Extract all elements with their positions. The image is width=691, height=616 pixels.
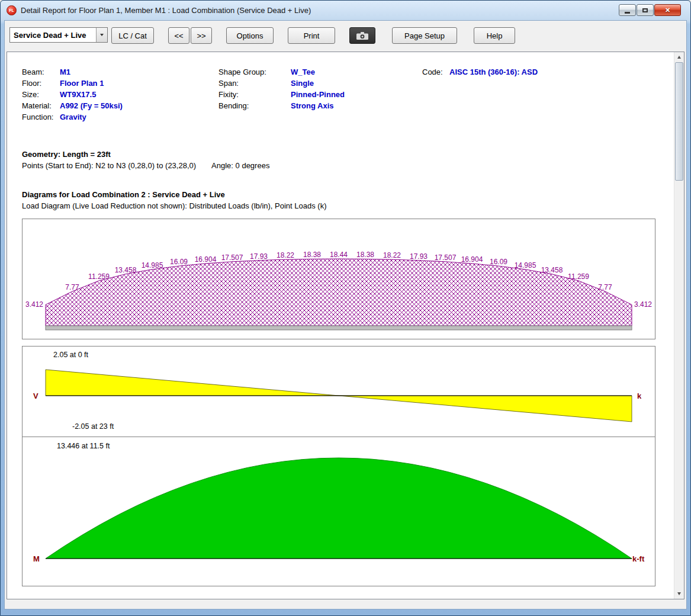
info-row: Fixity:Pinned-Pinned bbox=[218, 89, 422, 100]
next-button[interactable]: >> bbox=[191, 27, 212, 44]
moment-diagram-panel: 13.446 at 11.5 ftMk-ft bbox=[22, 437, 655, 586]
svg-text:11.259: 11.259 bbox=[568, 272, 589, 281]
prev-button[interactable]: << bbox=[168, 27, 189, 44]
info-label: Fixity: bbox=[218, 89, 291, 100]
svg-text:16.09: 16.09 bbox=[170, 258, 188, 266]
load-combination-value: Service Dead + Live bbox=[10, 28, 96, 42]
angle-text: Angle: 0 degrees bbox=[211, 161, 269, 170]
info-value: Gravity bbox=[60, 113, 86, 121]
svg-text:18.38: 18.38 bbox=[303, 251, 321, 259]
arrow-up-icon bbox=[677, 56, 681, 59]
svg-text:11.259: 11.259 bbox=[88, 272, 110, 281]
code-label: Code: bbox=[422, 66, 449, 78]
close-button[interactable]: ✕ bbox=[654, 4, 681, 16]
report-content: Beam:M1 Floor:Floor Plan 1 Size:WT9X17.5… bbox=[7, 52, 674, 599]
scrollbar-up-button[interactable] bbox=[674, 52, 684, 62]
svg-text:14.985: 14.985 bbox=[515, 261, 536, 270]
diagrams-header: Diagrams for Load Combination 2 : Servic… bbox=[22, 189, 674, 200]
titlebar[interactable]: FL Detail Report for Floor Plan 1, Membe… bbox=[4, 1, 687, 20]
points-text: Points (Start to End): N2 to N3 (0,28,0)… bbox=[22, 161, 196, 170]
load-diagram: 3.4127.7711.25913.45814.98516.0916.90417… bbox=[23, 219, 655, 339]
info-row: Beam:M1 bbox=[22, 66, 218, 78]
svg-text:2.05 at 0 ft: 2.05 at 0 ft bbox=[53, 351, 89, 359]
svg-text:3.412: 3.412 bbox=[25, 300, 43, 309]
options-button[interactable]: Options bbox=[226, 27, 274, 44]
minimize-button[interactable] bbox=[619, 4, 636, 16]
geometry-points-line: Points (Start to End): N2 to N3 (0,28,0)… bbox=[22, 160, 674, 171]
info-row: Bending:Strong Axis bbox=[218, 100, 422, 111]
geometry-section: Geometry: Length = 23ft Points (Start to… bbox=[22, 149, 674, 171]
svg-text:16.904: 16.904 bbox=[461, 255, 483, 264]
info-label: Shape Group: bbox=[218, 66, 291, 78]
moment-diagram: 13.446 at 11.5 ftMk-ft bbox=[23, 437, 655, 586]
print-button[interactable]: Print bbox=[288, 27, 335, 44]
window-controls: ✕ bbox=[618, 4, 681, 16]
chevron-down-icon[interactable] bbox=[96, 28, 107, 42]
svg-text:17.93: 17.93 bbox=[410, 252, 428, 261]
code-value: AISC 15th (360-16): ASD bbox=[449, 68, 538, 76]
info-label: Floor: bbox=[22, 78, 60, 89]
info-label: Bending: bbox=[218, 100, 291, 111]
info-label: Beam: bbox=[22, 66, 60, 78]
svg-text:18.22: 18.22 bbox=[277, 251, 294, 259]
svg-text:17.507: 17.507 bbox=[435, 254, 457, 262]
svg-text:17.93: 17.93 bbox=[250, 252, 268, 261]
svg-text:16.904: 16.904 bbox=[195, 255, 217, 264]
svg-text:k-ft: k-ft bbox=[632, 554, 645, 563]
scrollbar-thumb[interactable] bbox=[675, 62, 683, 181]
info-label: Span: bbox=[218, 78, 291, 89]
info-row: Size:WT9X17.5 bbox=[22, 89, 218, 100]
svg-text:3.412: 3.412 bbox=[634, 300, 652, 309]
app-icon: FL bbox=[7, 5, 17, 15]
scrollbar-down-button[interactable] bbox=[674, 589, 684, 599]
member-info: Beam:M1 Floor:Floor Plan 1 Size:WT9X17.5… bbox=[22, 66, 674, 123]
info-row: Function:Gravity bbox=[22, 111, 218, 123]
toolbar: Service Dead + Live LC / Cat << >> Optio… bbox=[5, 21, 686, 52]
svg-text:13.446 at 11.5 ft: 13.446 at 11.5 ft bbox=[57, 442, 110, 450]
report-area: Beam:M1 Floor:Floor Plan 1 Size:WT9X17.5… bbox=[7, 52, 684, 599]
info-value: WT9X17.5 bbox=[60, 90, 96, 99]
svg-text:M: M bbox=[33, 554, 40, 563]
arrow-down-icon bbox=[677, 592, 681, 595]
camera-button[interactable] bbox=[349, 27, 375, 44]
info-value: A992 (Fy = 50ksi) bbox=[60, 101, 123, 110]
svg-text:14.985: 14.985 bbox=[142, 261, 163, 270]
svg-text:18.38: 18.38 bbox=[356, 251, 374, 259]
window-title: Detail Report for Floor Plan 1, Member M… bbox=[21, 6, 311, 15]
info-value: Single bbox=[291, 79, 314, 88]
diagrams-subheader: Load Diagram (Live Load Reduction not sh… bbox=[22, 200, 674, 211]
svg-text:k: k bbox=[637, 392, 642, 400]
window-body: Service Dead + Live LC / Cat << >> Optio… bbox=[4, 20, 687, 609]
page-setup-button[interactable]: Page Setup bbox=[392, 27, 457, 44]
load-combination-select[interactable]: Service Dead + Live bbox=[9, 27, 108, 43]
vertical-scrollbar[interactable] bbox=[674, 52, 684, 599]
svg-text:13.458: 13.458 bbox=[541, 266, 563, 274]
info-value: W_Tee bbox=[291, 68, 315, 76]
svg-text:17.507: 17.507 bbox=[221, 254, 243, 262]
info-row: Span:Single bbox=[218, 78, 422, 89]
help-button[interactable]: Help bbox=[474, 27, 515, 44]
maximize-button[interactable] bbox=[637, 4, 654, 16]
shear-diagram: 2.05 at 0 ft-2.05 at 23 ftVk bbox=[23, 346, 655, 437]
camera-icon bbox=[356, 31, 369, 40]
svg-text:16.09: 16.09 bbox=[490, 258, 507, 266]
shear-diagram-panel: 2.05 at 0 ft-2.05 at 23 ftVk bbox=[22, 346, 655, 437]
close-icon: ✕ bbox=[665, 7, 670, 14]
info-row: Shape Group:W_Tee bbox=[218, 66, 422, 78]
diagrams-section-header: Diagrams for Load Combination 2 : Servic… bbox=[22, 189, 674, 211]
info-value: Pinned-Pinned bbox=[291, 90, 345, 99]
svg-text:13.458: 13.458 bbox=[115, 266, 137, 274]
load-diagram-panel: 3.4127.7711.25913.45814.98516.0916.90417… bbox=[22, 219, 655, 339]
svg-text:7.77: 7.77 bbox=[598, 283, 612, 291]
minimize-icon bbox=[625, 12, 630, 14]
info-value: Strong Axis bbox=[291, 101, 333, 110]
maximize-icon bbox=[642, 8, 648, 12]
geometry-title: Geometry: Length = 23ft bbox=[22, 149, 674, 160]
info-label: Function: bbox=[22, 111, 60, 123]
svg-text:-2.05 at 23 ft: -2.05 at 23 ft bbox=[72, 422, 114, 431]
svg-text:18.22: 18.22 bbox=[383, 251, 401, 259]
info-row: Floor:Floor Plan 1 bbox=[22, 78, 218, 89]
info-row: Material:A992 (Fy = 50ksi) bbox=[22, 100, 218, 111]
lc-cat-button[interactable]: LC / Cat bbox=[111, 27, 154, 44]
svg-text:18.44: 18.44 bbox=[330, 251, 348, 259]
